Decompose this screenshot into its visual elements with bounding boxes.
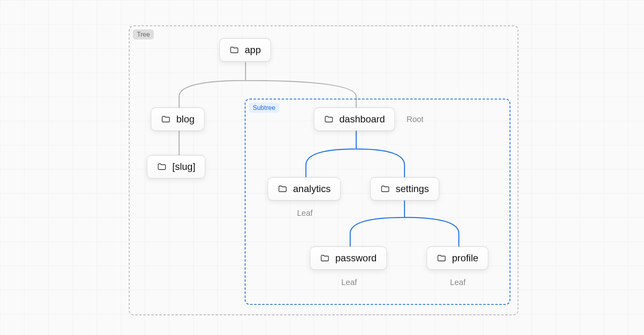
folder-icon: [278, 184, 287, 194]
folder-icon: [229, 45, 239, 55]
annotation-leaf-password: Leaf: [341, 278, 357, 287]
folder-icon: [437, 253, 446, 263]
tree-region-label: Tree: [133, 29, 154, 39]
node-label: analytics: [293, 183, 330, 194]
annotation-leaf-profile: Leaf: [450, 278, 466, 287]
node-label: app: [245, 44, 261, 56]
node-password[interactable]: password: [310, 246, 387, 270]
node-label: blog: [176, 114, 194, 125]
node-label: settings: [396, 183, 429, 194]
node-profile[interactable]: profile: [427, 246, 488, 270]
subtree-region-label: Subtree: [249, 103, 279, 113]
annotation-root: Root: [407, 115, 423, 124]
folder-icon: [380, 184, 390, 194]
node-label: dashboard: [339, 114, 385, 125]
node-blog[interactable]: blog: [151, 108, 204, 131]
node-settings[interactable]: settings: [370, 177, 439, 201]
node-app[interactable]: app: [219, 38, 271, 62]
annotation-leaf-analytics: Leaf: [297, 209, 313, 218]
folder-icon: [324, 114, 334, 124]
diagram-stage: Tree Subtree app blog [slug] dashboard a…: [0, 0, 644, 335]
node-label: profile: [452, 252, 478, 264]
folder-icon: [320, 253, 330, 263]
node-dashboard[interactable]: dashboard: [314, 108, 395, 131]
folder-icon: [157, 162, 167, 172]
folder-icon: [161, 114, 171, 124]
node-label: password: [335, 252, 377, 264]
node-label: [slug]: [172, 161, 195, 172]
node-slug[interactable]: [slug]: [147, 155, 205, 178]
node-analytics[interactable]: analytics: [268, 177, 341, 201]
